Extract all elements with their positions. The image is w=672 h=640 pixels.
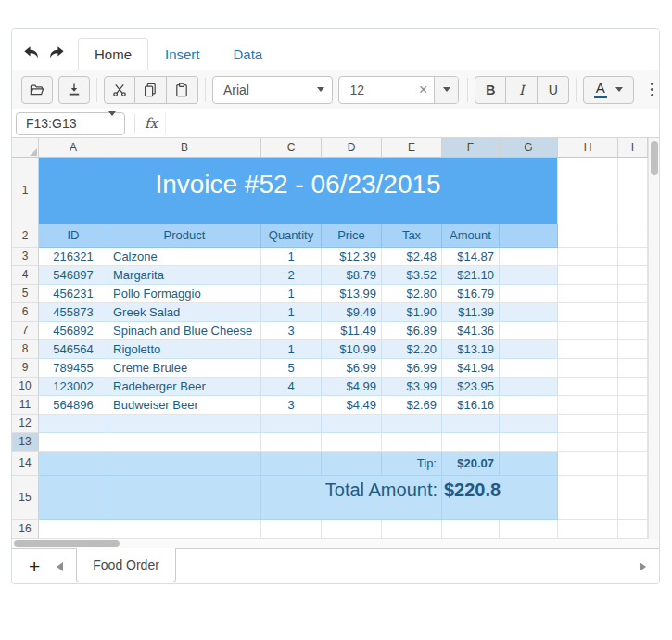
cell-G9[interactable] xyxy=(500,359,558,378)
cell-D6[interactable]: $9.49 xyxy=(322,303,382,322)
cell-H12[interactable] xyxy=(558,415,618,433)
cell-C4[interactable]: 2 xyxy=(261,266,322,285)
cell-F6[interactable]: $11.39 xyxy=(442,303,500,322)
tab-insert[interactable]: Insert xyxy=(148,38,217,70)
cell-H4[interactable] xyxy=(558,266,618,285)
cell-E6[interactable]: $1.90 xyxy=(382,303,442,322)
cell-F7[interactable]: $41.36 xyxy=(442,322,500,340)
cell-A7[interactable]: 456892 xyxy=(39,322,108,340)
cell-A11[interactable]: 564896 xyxy=(39,396,108,415)
row-header-11[interactable]: 11 xyxy=(12,396,39,415)
row-header-13[interactable]: 13 xyxy=(12,433,39,452)
formula-input[interactable] xyxy=(165,112,659,134)
cell-C11[interactable]: 3 xyxy=(261,396,322,415)
cell-H7[interactable] xyxy=(558,322,618,340)
cell-H2[interactable] xyxy=(558,224,618,248)
cell-G10[interactable] xyxy=(500,378,558,396)
cell-B3[interactable]: Calzone xyxy=(108,248,261,266)
cell-B16[interactable] xyxy=(108,520,261,539)
cell-B5[interactable]: Pollo Formaggio xyxy=(108,285,261,303)
cell-H10[interactable] xyxy=(558,378,618,396)
cell-D5[interactable]: $13.99 xyxy=(322,285,382,303)
cell-C7[interactable]: 3 xyxy=(261,322,322,340)
cell-A8[interactable]: 546564 xyxy=(39,340,108,359)
paste-button[interactable] xyxy=(167,76,198,104)
scroll-sheets-left-icon[interactable] xyxy=(57,562,63,571)
cell-C10[interactable]: 4 xyxy=(261,378,322,396)
cell-G14[interactable] xyxy=(500,452,558,476)
more-options-button[interactable] xyxy=(645,83,660,97)
cell-E9[interactable]: $6.99 xyxy=(382,359,442,378)
cell-B4[interactable]: Margarita xyxy=(108,266,261,285)
cell-E2[interactable]: Tax xyxy=(382,224,442,248)
cell-C9[interactable]: 5 xyxy=(261,359,322,378)
cell-G7[interactable] xyxy=(500,322,558,340)
cell-H16[interactable] xyxy=(558,520,618,539)
cell-G2[interactable] xyxy=(500,224,558,248)
cell-I8[interactable] xyxy=(618,340,648,359)
cell-D12[interactable] xyxy=(322,415,382,433)
row-header-9[interactable]: 9 xyxy=(12,359,39,378)
text-color-button[interactable]: A xyxy=(583,76,633,104)
cell-E8[interactable]: $2.20 xyxy=(382,340,442,359)
font-size-caret-button[interactable] xyxy=(434,77,458,103)
cell-C6[interactable]: 1 xyxy=(261,303,322,322)
cell-F13[interactable] xyxy=(442,433,500,452)
cell-D13[interactable] xyxy=(322,433,382,452)
redo-icon[interactable] xyxy=(48,45,65,60)
scroll-sheets-right-icon[interactable] xyxy=(640,562,646,571)
cell-C15[interactable]: Total Amount: xyxy=(261,476,442,520)
cell-F8[interactable]: $13.19 xyxy=(442,340,500,359)
cell-D16[interactable] xyxy=(322,520,382,539)
cell-C3[interactable]: 1 xyxy=(261,248,322,266)
cell-H15[interactable] xyxy=(558,476,618,520)
cell-A16[interactable] xyxy=(39,520,108,539)
row-header-7[interactable]: 7 xyxy=(12,322,39,340)
cell-G16[interactable] xyxy=(500,520,558,539)
cell-G13[interactable] xyxy=(500,433,558,452)
cell-D2[interactable]: Price xyxy=(322,224,382,248)
cell-D4[interactable]: $8.79 xyxy=(322,266,382,285)
tab-data[interactable]: Data xyxy=(217,38,280,70)
cell-D7[interactable]: $11.49 xyxy=(322,322,382,340)
cell-C8[interactable]: 1 xyxy=(261,340,322,359)
cell-B12[interactable] xyxy=(108,415,261,433)
row-header-3[interactable]: 3 xyxy=(12,248,39,266)
add-sheet-button[interactable]: + xyxy=(29,557,40,576)
cell-E5[interactable]: $2.80 xyxy=(382,285,442,303)
cell-F12[interactable] xyxy=(442,415,500,433)
underline-button[interactable]: U xyxy=(538,76,569,104)
cell-E14[interactable]: Tip: xyxy=(382,452,442,476)
cell-E4[interactable]: $3.52 xyxy=(382,266,442,285)
cell-F15[interactable]: $220.8 xyxy=(442,476,558,520)
cell-I10[interactable] xyxy=(618,378,648,396)
col-header-G[interactable]: G xyxy=(500,138,558,158)
cell-F2[interactable]: Amount xyxy=(442,224,500,248)
cell-I12[interactable] xyxy=(618,415,648,433)
cell-G3[interactable] xyxy=(500,248,558,266)
cell-title[interactable]: Invoice #52 - 06/23/2015 xyxy=(39,158,558,224)
cell-B10[interactable]: Radeberger Beer xyxy=(108,378,261,396)
name-box[interactable]: F13:G13 xyxy=(16,112,125,135)
cell-F4[interactable]: $21.10 xyxy=(442,266,500,285)
cell-I9[interactable] xyxy=(618,359,648,378)
cell-D8[interactable]: $10.99 xyxy=(322,340,382,359)
cell-F16[interactable] xyxy=(442,520,500,539)
cell-D11[interactable]: $4.49 xyxy=(322,396,382,415)
cell-G5[interactable] xyxy=(500,285,558,303)
cell-E13[interactable] xyxy=(382,433,442,452)
cell-A13[interactable] xyxy=(39,433,108,452)
cell-D9[interactable]: $6.99 xyxy=(322,359,382,378)
cell-B11[interactable]: Budweiser Beer xyxy=(108,396,261,415)
row-header-4[interactable]: 4 xyxy=(12,266,39,285)
cell-E12[interactable] xyxy=(382,415,442,433)
copy-button[interactable] xyxy=(135,76,167,104)
cell-C5[interactable]: 1 xyxy=(261,285,322,303)
cell-B15[interactable] xyxy=(108,476,261,520)
cell-A10[interactable]: 123002 xyxy=(39,378,108,396)
col-header-F[interactable]: F xyxy=(442,138,500,158)
cell-F10[interactable]: $23.95 xyxy=(442,378,500,396)
cell-I15[interactable] xyxy=(618,476,648,520)
cell-H5[interactable] xyxy=(558,285,618,303)
cell-A3[interactable]: 216321 xyxy=(39,248,108,266)
